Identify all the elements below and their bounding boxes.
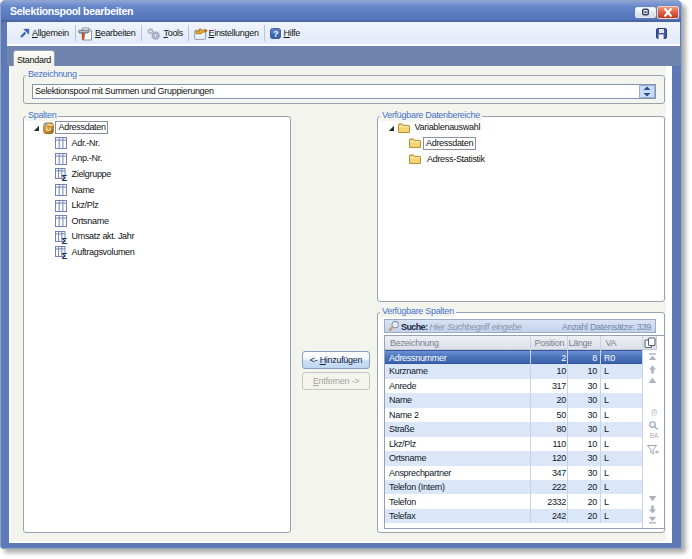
svg-text:Σ: Σ [61, 172, 67, 181]
svg-text:Σ: Σ [61, 234, 67, 243]
svg-text:Σ: Σ [61, 250, 67, 259]
svg-text:?: ? [273, 29, 278, 39]
